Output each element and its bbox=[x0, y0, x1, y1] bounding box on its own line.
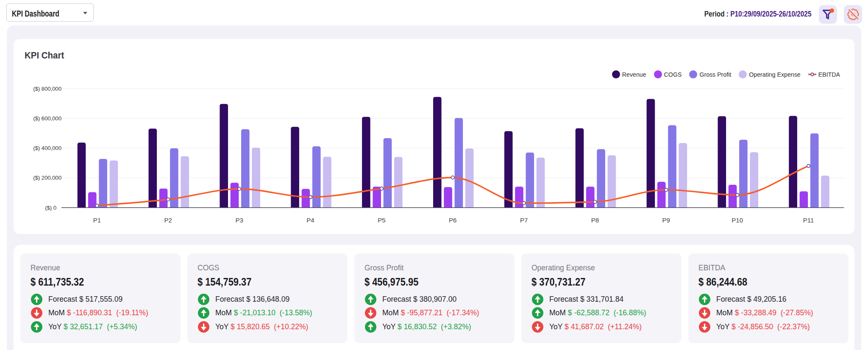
svg-text:($) 600,000: ($) 600,000 bbox=[33, 115, 61, 122]
svg-text:($) 0: ($) 0 bbox=[45, 205, 56, 211]
svg-text:P6: P6 bbox=[449, 217, 456, 224]
svg-text:P10: P10 bbox=[732, 217, 743, 224]
svg-text:P11: P11 bbox=[803, 217, 814, 224]
svg-text:P1: P1 bbox=[93, 217, 101, 224]
svg-text:($) 400,000: ($) 400,000 bbox=[33, 145, 61, 151]
svg-text:($) 800,000: ($) 800,000 bbox=[33, 86, 61, 92]
svg-text:P5: P5 bbox=[378, 217, 385, 224]
svg-text:P8: P8 bbox=[591, 217, 599, 224]
svg-text:P7: P7 bbox=[520, 217, 528, 224]
svg-text:P2: P2 bbox=[164, 217, 172, 224]
svg-text:P3: P3 bbox=[236, 217, 243, 224]
svg-text:P4: P4 bbox=[306, 217, 314, 224]
svg-text:P9: P9 bbox=[662, 217, 670, 224]
svg-text:($) 200,000: ($) 200,000 bbox=[33, 175, 61, 181]
